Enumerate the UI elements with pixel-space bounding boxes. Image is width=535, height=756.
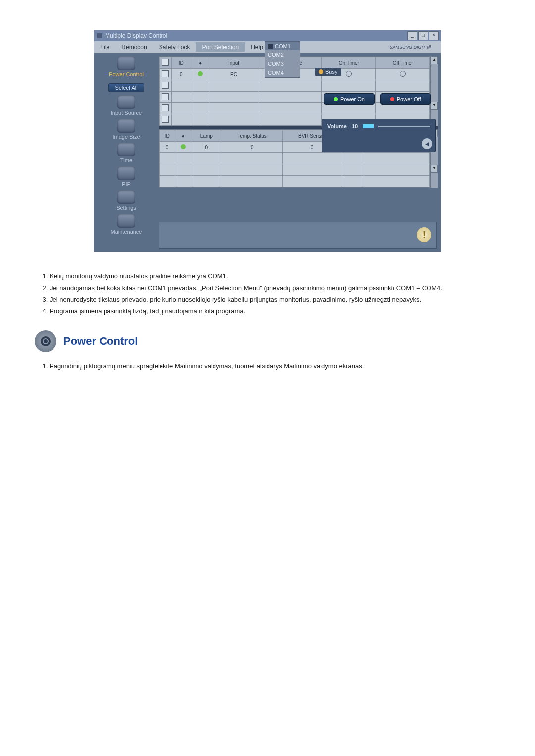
note-item: Pagrindinių piktogramų meniu spragtelėki…	[50, 362, 500, 371]
notes-list: Kelių monitorių valdymo nuostatos pradin…	[35, 272, 500, 315]
app-body: Busy Power Control Select All Input Sour…	[94, 53, 441, 252]
sidebar-item-label: PIP	[122, 181, 131, 187]
maximize-button[interactable]: □	[418, 31, 428, 40]
image-size-icon	[117, 119, 135, 133]
volume-label: Volume	[327, 123, 347, 129]
menu-bar: File Remocon Safety Lock Port Selection …	[94, 41, 441, 53]
warning-icon: !	[417, 227, 431, 242]
volume-panel: Volume 10 ◀	[322, 119, 436, 152]
menu-safety[interactable]: Safety Lock	[153, 42, 196, 52]
table-row[interactable]	[160, 176, 430, 187]
busy-label: Busy	[325, 69, 337, 75]
status-bar: !	[159, 222, 437, 249]
section-notes: Pagrindinių piktogramų meniu spragtelėki…	[35, 362, 500, 371]
col-input: Input	[210, 57, 258, 69]
busy-indicator: Busy	[315, 68, 341, 76]
col-status-icon: ●	[191, 57, 210, 69]
note-item: Jei naudojamas bet koks kitas nei COM1 p…	[50, 284, 500, 293]
app-icon	[97, 33, 102, 38]
table-row[interactable]	[160, 164, 430, 176]
cell-offtimer	[376, 69, 430, 80]
speaker-icon[interactable]: ◀	[422, 138, 432, 149]
col-offtimer: Off Timer	[376, 57, 430, 69]
sidebar-item-power[interactable]: Power Control	[94, 56, 159, 77]
settings-icon	[117, 190, 135, 204]
col-temp: Temp. Status	[221, 130, 283, 142]
volume-value: 10	[352, 123, 358, 129]
port-com1[interactable]: COM1	[265, 42, 300, 50]
sidebar: Power Control Select All Input Source Im…	[94, 53, 159, 252]
sidebar-item-settings[interactable]: Settings	[94, 190, 159, 211]
col-id: ID	[172, 57, 191, 69]
cell-input: PC	[210, 69, 258, 80]
power-control-icon	[35, 330, 56, 352]
power-on-label: Power On	[340, 96, 365, 102]
green-bullet-icon	[334, 97, 338, 101]
sidebar-item-pip[interactable]: PIP	[94, 166, 159, 187]
sidebar-item-maintenance[interactable]: Maintenance	[94, 214, 159, 235]
cell-id: 0	[160, 142, 175, 153]
sidebar-item-label: Image Size	[112, 134, 140, 140]
volume-fill	[363, 124, 374, 128]
power-off-label: Power Off	[397, 96, 421, 102]
cell-lamp: 0	[191, 142, 221, 153]
busy-lamp-icon	[319, 69, 323, 74]
power-off-button[interactable]: Power Off	[380, 93, 431, 105]
app-window: Multiple Display Control _ □ × File Remo…	[94, 30, 441, 252]
pip-icon	[117, 166, 135, 180]
time-icon	[117, 143, 135, 156]
sidebar-item-label: Maintenance	[111, 229, 142, 235]
close-button[interactable]: ×	[429, 31, 439, 40]
col-lamp: Lamp	[191, 130, 221, 142]
col-id: ID	[160, 130, 175, 142]
section-header: Power Control	[35, 330, 500, 352]
power-on-button[interactable]: Power On	[324, 93, 374, 105]
cell-temp: 0	[221, 142, 283, 153]
control-panel: Power On Power Off Volume 10 ◀	[322, 93, 436, 152]
scroll-down-icon[interactable]: ▼	[431, 165, 438, 173]
scroll-up-icon[interactable]: ▲	[431, 56, 438, 64]
note-item: Kelių monitorių valdymo nuostatos pradin…	[50, 272, 500, 281]
port-com2[interactable]: COM2	[265, 50, 300, 59]
sidebar-item-time[interactable]: Time	[94, 143, 159, 163]
sidebar-item-label: Power Control	[109, 71, 144, 77]
volume-slider[interactable]	[378, 126, 430, 127]
port-com3[interactable]: COM3	[265, 59, 300, 68]
cell-lamp	[191, 69, 210, 80]
checkbox-header[interactable]	[160, 57, 172, 69]
menu-remocon[interactable]: Remocon	[115, 42, 153, 52]
ring-icon	[346, 71, 352, 77]
menu-port[interactable]: Port Selection	[196, 42, 245, 52]
cell-id: 0	[172, 69, 191, 80]
note-item: Programa įsimena pasirinktą lizdą, tad j…	[50, 307, 500, 316]
note-item: Jei nenurodysite tikslaus prievado, prie…	[50, 295, 500, 304]
brand-label: SAMSUNG DIGIT all	[383, 43, 437, 51]
col-ontimer: On Timer	[322, 57, 376, 69]
ring-icon	[400, 71, 406, 77]
power-icon	[117, 56, 135, 70]
col-status-icon: ●	[175, 130, 191, 142]
minimize-button[interactable]: _	[407, 31, 417, 40]
port-com4[interactable]: COM4	[265, 68, 300, 77]
table-row[interactable]	[160, 80, 430, 92]
sidebar-item-label: Input Source	[111, 110, 142, 116]
select-all-button[interactable]: Select All	[108, 83, 144, 92]
green-dot-icon	[181, 144, 186, 149]
sidebar-item-image[interactable]: Image Size	[94, 119, 159, 140]
window-title: Multiple Display Control	[105, 32, 167, 39]
table-row[interactable]	[160, 153, 430, 164]
green-dot-icon	[198, 71, 203, 76]
sidebar-item-input[interactable]: Input Source	[94, 95, 159, 116]
menu-file[interactable]: File	[94, 42, 115, 52]
title-bar[interactable]: Multiple Display Control _ □ ×	[94, 30, 441, 41]
port-selection-popup: COM1 COM2 COM3 COM4	[265, 41, 300, 78]
maintenance-icon	[117, 214, 135, 228]
input-icon	[117, 95, 135, 109]
sidebar-item-label: Time	[120, 157, 132, 163]
row-checkbox[interactable]	[160, 69, 172, 80]
red-bullet-icon	[390, 97, 394, 101]
sidebar-item-label: Settings	[116, 205, 136, 211]
cell-status	[175, 142, 191, 153]
section-title: Power Control	[63, 335, 138, 348]
